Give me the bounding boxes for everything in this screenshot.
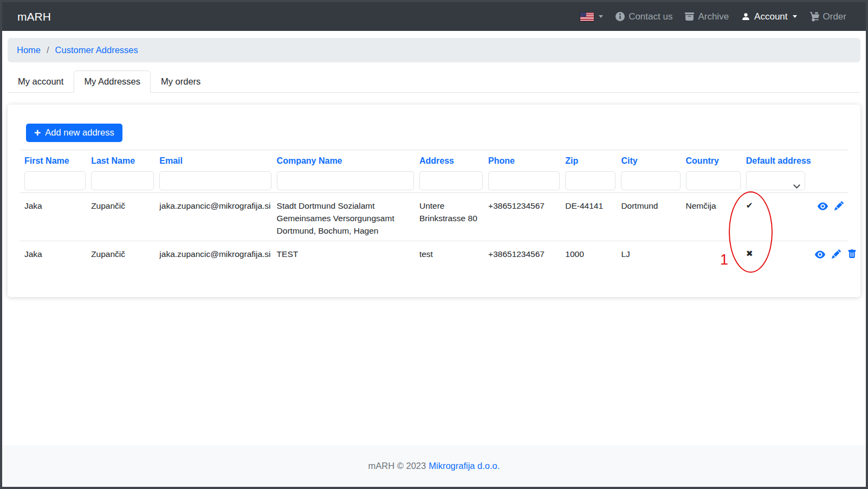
- cell-city: LJ: [617, 241, 681, 266]
- col-header-phone: Phone: [484, 150, 561, 172]
- cell-address: test: [415, 241, 484, 266]
- cell-first-name: Jaka: [20, 241, 87, 266]
- tab-my-account[interactable]: My account: [8, 70, 74, 93]
- navbar-menu: Contact us Archive Account: [580, 11, 846, 22]
- addresses-card: + Add new address First Name Last Name E…: [8, 105, 860, 297]
- tab-my-orders[interactable]: My orders: [151, 70, 211, 93]
- default-address-cross-icon: ✖: [742, 241, 806, 266]
- contact-us-link[interactable]: Contact us: [616, 11, 672, 22]
- trash-icon[interactable]: [847, 249, 857, 262]
- brand-logo[interactable]: mARH: [17, 10, 51, 23]
- filter-zip-input[interactable]: [565, 171, 616, 190]
- table-filter-row: [20, 171, 848, 193]
- filter-company-name-input[interactable]: [277, 171, 414, 190]
- app-window: mARH Contact us Archive: [0, 0, 868, 489]
- cell-company-name: Stadt Dortmund Sozialamt Gemeinsames Ver…: [273, 193, 415, 241]
- col-header-first-name: First Name: [20, 150, 87, 172]
- breadcrumb-separator: /: [47, 45, 49, 55]
- filter-email-input[interactable]: [159, 171, 271, 190]
- table-header-row: First Name Last Name Email Company Name …: [20, 150, 848, 172]
- default-address-check-icon: ✔: [742, 193, 806, 241]
- caret-down-icon: [793, 15, 797, 18]
- cell-last-name: Zupančič: [87, 241, 155, 266]
- cell-country: [682, 241, 742, 266]
- col-header-address: Address: [415, 150, 484, 172]
- address-row-2: Jaka Zupančič jaka.zupancic@mikrografija…: [20, 241, 848, 266]
- trolley-icon: [809, 12, 819, 22]
- cell-email: jaka.zupancic@mikrografija.si: [155, 193, 272, 241]
- tab-my-addresses[interactable]: My Addresses: [74, 70, 151, 93]
- eye-icon[interactable]: [818, 201, 828, 214]
- filter-phone-input[interactable]: [488, 171, 560, 190]
- order-link[interactable]: Order: [809, 11, 846, 22]
- breadcrumb: Home / Customer Addresses: [8, 38, 860, 62]
- cell-last-name: Zupančič: [87, 193, 155, 241]
- cell-phone: +38651234567: [484, 193, 561, 241]
- cell-city: Dortmund: [617, 193, 681, 241]
- archive-icon: [685, 12, 694, 21]
- cell-address: Untere Brinkstrasse 80: [415, 193, 484, 241]
- add-new-address-button[interactable]: + Add new address: [26, 124, 122, 142]
- filter-address-input[interactable]: [419, 171, 483, 190]
- cell-first-name: Jaka: [20, 193, 87, 241]
- col-header-default-address: Default address: [742, 150, 806, 172]
- caret-down-icon: [599, 15, 603, 18]
- col-header-actions: [806, 150, 848, 172]
- breadcrumb-current-link[interactable]: Customer Addresses: [55, 45, 138, 55]
- filter-default-address-select[interactable]: [746, 171, 805, 190]
- account-label: Account: [754, 11, 787, 22]
- filter-first-name-input[interactable]: [24, 171, 86, 190]
- us-flag-icon: [580, 12, 594, 21]
- cell-zip: 1000: [561, 241, 617, 266]
- account-tabs: My account My Addresses My orders: [8, 70, 860, 93]
- footer-company-link[interactable]: Mikrografija d.o.o.: [429, 461, 500, 471]
- col-header-email: Email: [155, 150, 272, 172]
- col-header-city: City: [617, 150, 681, 172]
- row-actions: [806, 193, 848, 241]
- plus-icon: +: [34, 128, 41, 137]
- cell-email: jaka.zupancic@mikrografija.si: [155, 241, 272, 266]
- archive-label: Archive: [698, 11, 729, 22]
- footer-copyright: mARH © 2023: [368, 461, 426, 471]
- cell-company-name: TEST: [273, 241, 415, 266]
- pencil-icon[interactable]: [832, 249, 841, 262]
- eye-icon[interactable]: [815, 249, 825, 262]
- filter-last-name-input[interactable]: [91, 171, 154, 190]
- filter-city-input[interactable]: [621, 171, 680, 190]
- breadcrumb-home-link[interactable]: Home: [17, 45, 41, 55]
- cell-country: Nemčija: [682, 193, 742, 241]
- row-actions: [806, 241, 848, 266]
- person-icon: [741, 12, 750, 21]
- col-header-company-name: Company Name: [273, 150, 415, 172]
- addresses-table: First Name Last Name Email Company Name …: [20, 150, 848, 266]
- language-selector[interactable]: [580, 12, 603, 21]
- col-header-zip: Zip: [561, 150, 617, 172]
- account-menu[interactable]: Account: [741, 11, 796, 22]
- cell-phone: +38651234567: [484, 241, 561, 266]
- top-navbar: mARH Contact us Archive: [2, 2, 866, 31]
- order-label: Order: [823, 11, 846, 22]
- filter-country-input[interactable]: [686, 171, 741, 190]
- address-row-1: Jaka Zupančič jaka.zupancic@mikrografija…: [20, 193, 848, 241]
- pencil-icon[interactable]: [834, 201, 844, 214]
- page-footer: mARH © 2023 Mikrografija d.o.o.: [2, 445, 866, 487]
- add-new-address-label: Add new address: [45, 127, 114, 138]
- cell-zip: DE-44141: [561, 193, 617, 241]
- col-header-last-name: Last Name: [87, 150, 155, 172]
- archive-link[interactable]: Archive: [685, 11, 729, 22]
- info-icon: [616, 12, 625, 21]
- contact-us-label: Contact us: [629, 11, 672, 22]
- col-header-country: Country: [682, 150, 742, 172]
